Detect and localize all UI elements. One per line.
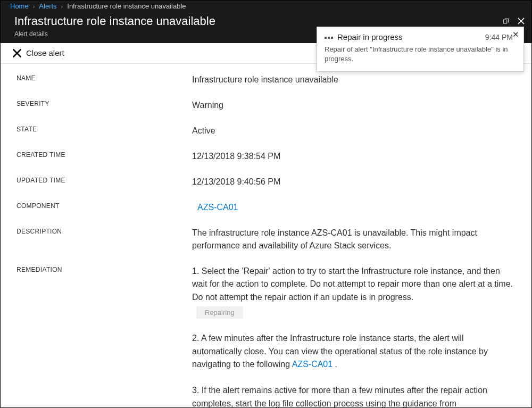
toast-title: Repair in progress [337, 32, 481, 41]
repair-button: Repairing [196, 306, 243, 319]
close-alert-label: Close alert [26, 48, 64, 57]
breadcrumb: Home › Alerts › Infrastructure role inst… [1, 1, 531, 12]
restore-window-icon[interactable] [502, 17, 510, 27]
alert-details: NAME Infrastructure role instance unavai… [1, 64, 531, 408]
breadcrumb-current: Infrastructure role instance unavailable [67, 2, 186, 10]
notification-toast: ✕ Repair in progress 9:44 PM Repair of a… [317, 27, 524, 72]
component-link[interactable]: AZS-CA01 [192, 201, 516, 214]
chevron-right-icon: › [61, 3, 63, 10]
progress-icon [325, 36, 333, 39]
name-label: NAME [16, 73, 192, 82]
close-alert-button[interactable]: Close alert [12, 48, 64, 58]
state-value: Active [192, 124, 516, 137]
toast-close-icon[interactable]: ✕ [512, 30, 519, 38]
remediation-step2: 2. A few minutes after the Infrastructur… [192, 332, 516, 371]
created-time-value: 12/13/2018 9:38:54 PM [192, 150, 516, 163]
remediation-value: 1. Select the 'Repair' action to try to … [192, 265, 516, 408]
component-label: COMPONENT [16, 201, 192, 210]
chevron-right-icon: › [33, 3, 35, 10]
updated-time-value: 12/13/2018 9:40:56 PM [192, 176, 516, 188]
close-icon[interactable] [517, 17, 525, 27]
remediation-label: REMEDIATION [16, 265, 192, 273]
state-label: STATE [16, 124, 192, 133]
description-value: The infrastructure role instance AZS-CA0… [192, 227, 516, 252]
breadcrumb-alerts[interactable]: Alerts [39, 2, 56, 10]
component-inline-link[interactable]: AZS-CA01 [292, 360, 332, 369]
description-label: DESCRIPTION [16, 227, 192, 235]
remediation-step1: 1. Select the 'Repair' action to try to … [192, 267, 513, 302]
name-value: Infrastructure role instance unavailable [192, 73, 516, 86]
remediation-step3: 3. If the alert remains active for more … [192, 384, 516, 408]
created-time-label: CREATED TIME [16, 150, 192, 159]
breadcrumb-home[interactable]: Home [10, 2, 29, 10]
toast-time: 9:44 PM [485, 33, 513, 41]
updated-time-label: UPDATED TIME [16, 176, 192, 184]
severity-label: SEVERITY [16, 99, 192, 107]
x-icon [12, 48, 22, 58]
toast-body: Repair of alert "Infrastructure role ins… [325, 45, 516, 64]
severity-value: Warning [192, 99, 516, 112]
